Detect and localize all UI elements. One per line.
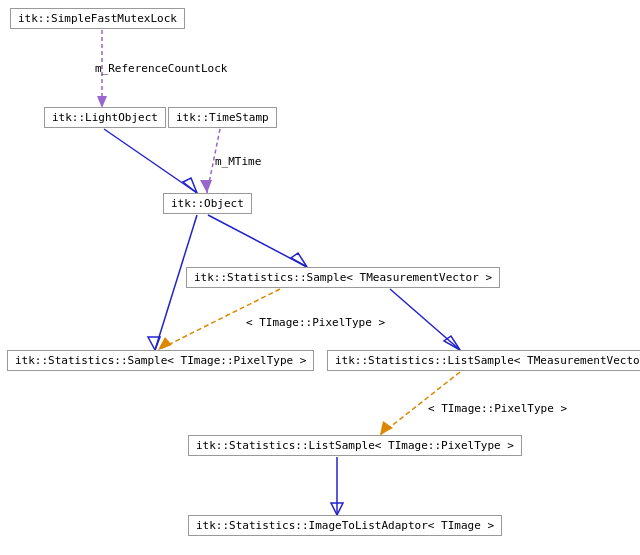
svg-marker-9 [158,337,172,350]
node-simplefastmutexlock: itk::SimpleFastMutexLock [10,8,185,29]
label-tip1: < TImage::PixelType > [246,316,385,329]
svg-marker-7 [291,253,307,267]
node-lightobject: itk::LightObject [44,107,166,128]
node-listsample-tip: itk::Statistics::ListSample< TImage::Pix… [188,435,522,456]
node-object: itk::Object [163,193,252,214]
svg-marker-13 [148,337,160,350]
label-mtime: m_MTime [215,155,261,168]
svg-line-6 [208,215,307,267]
label-referencecountlock: m_ReferenceCountLock [95,62,227,75]
svg-marker-3 [183,178,197,193]
svg-marker-15 [380,421,393,435]
node-listsample-tmv: itk::Statistics::ListSample< TMeasuremen… [327,350,640,371]
svg-marker-11 [444,336,460,350]
node-timestamp: itk::TimeStamp [168,107,277,128]
node-sample-tmv: itk::Statistics::Sample< TMeasurementVec… [186,267,500,288]
svg-marker-17 [331,503,343,515]
node-sample-tip: itk::Statistics::Sample< TImage::PixelTy… [7,350,314,371]
node-imagetolistadaptor: itk::Statistics::ImageToListAdaptor< TIm… [188,515,502,536]
label-tip2: < TImage::PixelType > [428,402,567,415]
svg-line-2 [104,129,197,193]
svg-line-10 [390,289,460,350]
svg-marker-5 [200,180,212,193]
